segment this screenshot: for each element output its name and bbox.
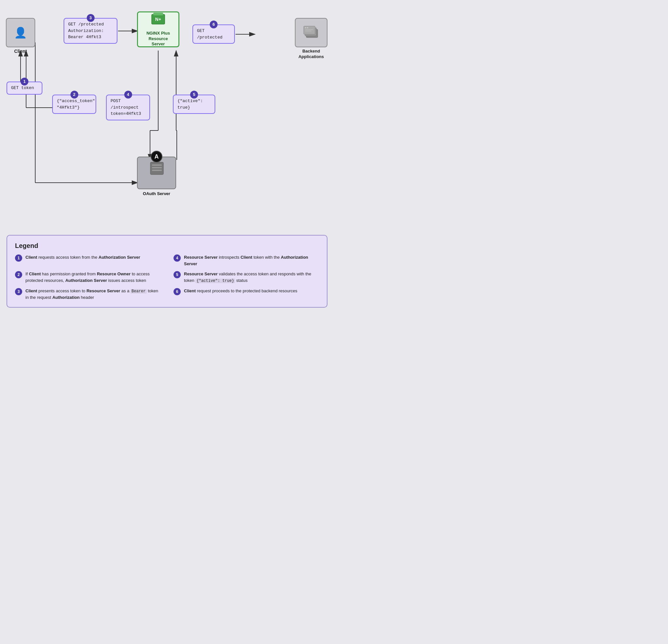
svg-text:N+: N+ [155,17,161,22]
backend-box [295,18,328,47]
legend-item-6: 6 Client request proceeds to the protect… [173,288,319,301]
oauth-node: A OAuth Server [137,156,176,196]
bubble-2: 2 {"access_token""4Hfkt3"} [52,95,96,114]
backend-icon [302,24,320,42]
legend-num-4: 4 [173,254,181,261]
legend-item-4: 4 Resource Server introspects Client tok… [173,254,319,267]
client-node: 👤 Client [6,18,35,54]
client-icon: 👤 [14,27,27,39]
bubble-number-5: 5 [190,91,198,99]
nginx-box: N+ NGINX Plus Resource Server [137,11,179,47]
legend-item-2: 2 If Client has permission granted from … [15,271,161,284]
legend-items: 1 Client requests access token from the … [15,254,319,300]
bubble-6: 6 GET /protected [193,25,235,44]
svg-rect-26 [152,167,162,168]
legend-num-2: 2 [15,271,22,278]
svg-point-20 [305,27,306,28]
legend-num-3: 3 [15,288,22,295]
legend-text-5: Resource Server validates the access tok… [184,271,319,284]
oauth-badge: A [151,151,163,163]
legend-num-5: 5 [173,271,181,278]
nginx-icon: N+ [150,12,166,29]
bubble-1: 1 GET token [6,81,42,95]
svg-rect-25 [152,164,162,166]
nginx-label: NGINX Plus Resource Server [142,31,174,47]
legend-title: Legend [15,242,319,250]
backend-label: Backend Applications [299,49,324,60]
legend-num-6: 6 [173,288,181,295]
bubble-number-2: 2 [71,91,78,99]
diagram-area: 👤 Client N+ NGINX Plus Resource Server [0,0,334,228]
svg-rect-15 [153,13,163,15]
legend-text-1: Client requests access token from the Au… [26,254,140,261]
bubble-number-1: 1 [20,78,28,86]
nginx-node: N+ NGINX Plus Resource Server [137,11,179,47]
legend-item-1: 1 Client requests access token from the … [15,254,161,267]
oauth-icon [138,161,176,179]
bubble-4: 4 POST /introspecttoken=4Hfkt3 [106,95,150,120]
svg-point-21 [307,27,308,28]
legend: Legend 1 Client requests access token fr… [6,235,328,308]
bubble-number-3: 3 [87,14,95,22]
bubble-3: 3 GET /protectedAuthorization:Bearer 4Hf… [64,18,118,44]
oauth-box: A [137,156,176,189]
legend-text-3: Client presents access token to Resource… [26,288,161,301]
legend-num-1: 1 [15,254,22,261]
legend-text-2: If Client has permission granted from Re… [26,271,161,284]
svg-rect-23 [305,31,312,31]
oauth-label: OAuth Server [143,191,170,196]
client-box: 👤 [6,18,35,47]
legend-item-5: 5 Resource Server validates the access t… [173,271,319,284]
backend-node: Backend Applications [295,18,328,60]
legend-item-3: 3 Client presents access token to Resour… [15,288,161,301]
svg-rect-27 [152,170,162,171]
bubble-number-6: 6 [210,20,217,28]
svg-rect-22 [305,29,313,30]
legend-text-6: Client request proceeds to the protected… [184,288,298,294]
bubble-5: 5 {"active": true} [173,95,215,114]
bubble-number-4: 4 [124,91,132,99]
legend-text-4: Resource Server introspects Client token… [184,254,319,267]
client-label: Client [14,49,27,54]
